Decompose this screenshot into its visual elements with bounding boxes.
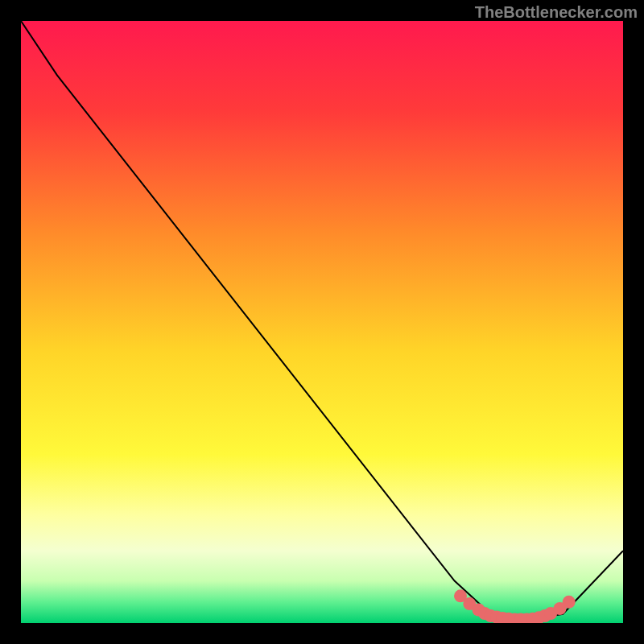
chart-svg: [21, 21, 623, 623]
watermark-text: TheBottlenecker.com: [475, 3, 638, 22]
gradient-background: [21, 21, 623, 623]
chart-container: TheBottlenecker.com: [0, 0, 644, 644]
plot-area: [21, 21, 623, 623]
marker-point: [563, 596, 576, 609]
